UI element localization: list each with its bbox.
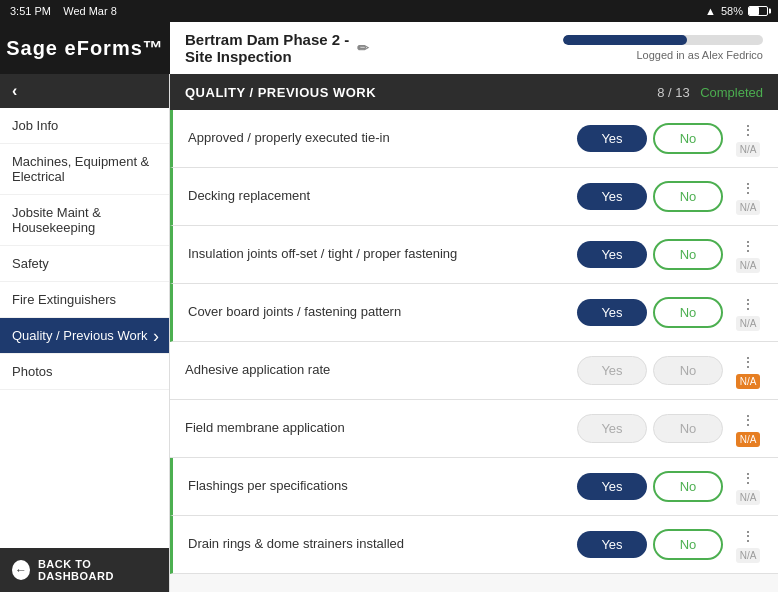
progress-bar: [563, 35, 763, 45]
more-options-btn[interactable]: ⋮: [739, 468, 757, 488]
status-indicators: ▲ 58%: [705, 5, 768, 17]
na-badge[interactable]: N/A: [736, 374, 761, 389]
form-items-list: Approved / properly executed tie-in Yes …: [170, 110, 778, 592]
no-button[interactable]: No: [653, 297, 723, 328]
back-to-dashboard-btn[interactable]: ← BACK TO DASHBOARD: [0, 548, 169, 592]
na-badge[interactable]: N/A: [736, 258, 761, 273]
battery-icon: [748, 6, 768, 16]
na-badge[interactable]: N/A: [736, 200, 761, 215]
edit-icon[interactable]: ✏: [357, 40, 369, 56]
form-item-label: Cover board joints / fastening pattern: [188, 304, 567, 321]
no-button[interactable]: No: [653, 181, 723, 212]
no-button[interactable]: No: [653, 529, 723, 560]
sidebar-item-job-info[interactable]: Job Info: [0, 108, 169, 144]
na-badge[interactable]: N/A: [736, 316, 761, 331]
form-item: Field membrane application Yes No ⋮ N/A: [170, 400, 778, 458]
chevron-left-icon: ‹: [12, 82, 17, 100]
form-item: Approved / properly executed tie-in Yes …: [170, 110, 778, 168]
logged-in-label: Logged in as Alex Fedrico: [563, 49, 763, 61]
more-options-btn[interactable]: ⋮: [739, 120, 757, 140]
app-header: Sage eForms™ Bertram Dam Phase 2 - Site …: [0, 22, 778, 74]
form-item-label: Drain rings & dome strainers installed: [188, 536, 567, 553]
form-item-label: Field membrane application: [185, 420, 567, 437]
battery-percent: 58%: [721, 5, 743, 17]
btn-group: Yes No: [577, 239, 723, 270]
more-options-btn[interactable]: ⋮: [739, 352, 757, 372]
form-item-label: Insulation joints off-set / tight / prop…: [188, 246, 567, 263]
more-options-btn[interactable]: ⋮: [739, 410, 757, 430]
project-title: Bertram Dam Phase 2 - Site Inspection ✏: [185, 31, 369, 65]
back-label: BACK TO DASHBOARD: [38, 558, 157, 582]
content-area: QUALITY / PREVIOUS WORK 8 / 13 Completed…: [170, 74, 778, 592]
wifi-icon: ▲: [705, 5, 716, 17]
form-item-label: Decking replacement: [188, 188, 567, 205]
status-date: Wed Mar 8: [63, 5, 117, 17]
yes-button[interactable]: Yes: [577, 414, 647, 443]
project-name: Bertram Dam Phase 2 - Site Inspection: [185, 31, 349, 65]
na-badge[interactable]: N/A: [736, 142, 761, 157]
more-options-btn[interactable]: ⋮: [739, 294, 757, 314]
yes-button[interactable]: Yes: [577, 125, 647, 152]
form-item: Decking replacement Yes No ⋮ N/A: [170, 168, 778, 226]
side-actions: ⋮ N/A: [733, 468, 763, 505]
progress-fill: [563, 35, 687, 45]
sidebar: ‹ Job Info Machines, Equipment & Electri…: [0, 74, 170, 592]
more-options-btn[interactable]: ⋮: [739, 526, 757, 546]
sidebar-item-fire-ext[interactable]: Fire Extinguishers: [0, 282, 169, 318]
no-button[interactable]: No: [653, 123, 723, 154]
yes-button[interactable]: Yes: [577, 241, 647, 268]
status-time-date: 3:51 PM Wed Mar 8: [10, 5, 117, 17]
section-progress: 8 / 13: [657, 85, 690, 100]
form-item: Flashings per specifications Yes No ⋮ N/…: [170, 458, 778, 516]
side-actions: ⋮ N/A: [733, 294, 763, 331]
logo-suffix: eForms™: [58, 37, 164, 59]
logo-brand: Sage: [6, 37, 58, 59]
more-options-btn[interactable]: ⋮: [739, 178, 757, 198]
na-badge[interactable]: N/A: [736, 432, 761, 447]
btn-group: Yes No: [577, 356, 723, 385]
btn-group: Yes No: [577, 123, 723, 154]
sidebar-item-machines[interactable]: Machines, Equipment & Electrical: [0, 144, 169, 195]
sidebar-nav: Job Info Machines, Equipment & Electrica…: [0, 108, 169, 548]
sidebar-collapse-btn[interactable]: ‹: [0, 74, 169, 108]
form-item-label: Approved / properly executed tie-in: [188, 130, 567, 147]
side-actions: ⋮ N/A: [733, 120, 763, 157]
sidebar-item-quality[interactable]: Quality / Previous Work: [0, 318, 169, 354]
btn-group: Yes No: [577, 529, 723, 560]
no-button[interactable]: No: [653, 239, 723, 270]
no-button[interactable]: No: [653, 356, 723, 385]
yes-button[interactable]: Yes: [577, 183, 647, 210]
section-completed: Completed: [700, 85, 763, 100]
sidebar-item-photos[interactable]: Photos: [0, 354, 169, 390]
section-progress-area: 8 / 13 Completed: [657, 83, 763, 101]
section-title: QUALITY / PREVIOUS WORK: [185, 85, 376, 100]
header-info: Bertram Dam Phase 2 - Site Inspection ✏ …: [170, 22, 778, 74]
btn-group: Yes No: [577, 414, 723, 443]
status-time: 3:51 PM: [10, 5, 51, 17]
sidebar-item-jobsite[interactable]: Jobsite Maint & Housekeeping: [0, 195, 169, 246]
more-options-btn[interactable]: ⋮: [739, 236, 757, 256]
btn-group: Yes No: [577, 297, 723, 328]
logo-section: Sage eForms™: [0, 22, 170, 74]
status-bar: 3:51 PM Wed Mar 8 ▲ 58%: [0, 0, 778, 22]
form-item-label: Adhesive application rate: [185, 362, 567, 379]
header-right: Logged in as Alex Fedrico: [563, 35, 763, 61]
na-badge[interactable]: N/A: [736, 490, 761, 505]
na-badge[interactable]: N/A: [736, 548, 761, 563]
section-header: QUALITY / PREVIOUS WORK 8 / 13 Completed: [170, 74, 778, 110]
yes-button[interactable]: Yes: [577, 473, 647, 500]
side-actions: ⋮ N/A: [733, 178, 763, 215]
form-item: Cover board joints / fastening pattern Y…: [170, 284, 778, 342]
main-layout: ‹ Job Info Machines, Equipment & Electri…: [0, 74, 778, 592]
app-logo: Sage eForms™: [6, 37, 164, 60]
yes-button[interactable]: Yes: [577, 531, 647, 558]
side-actions: ⋮ N/A: [733, 526, 763, 563]
no-button[interactable]: No: [653, 471, 723, 502]
yes-button[interactable]: Yes: [577, 299, 647, 326]
form-item: Drain rings & dome strainers installed Y…: [170, 516, 778, 574]
sidebar-item-safety[interactable]: Safety: [0, 246, 169, 282]
side-actions: ⋮ N/A: [733, 236, 763, 273]
form-item: Insulation joints off-set / tight / prop…: [170, 226, 778, 284]
yes-button[interactable]: Yes: [577, 356, 647, 385]
no-button[interactable]: No: [653, 414, 723, 443]
